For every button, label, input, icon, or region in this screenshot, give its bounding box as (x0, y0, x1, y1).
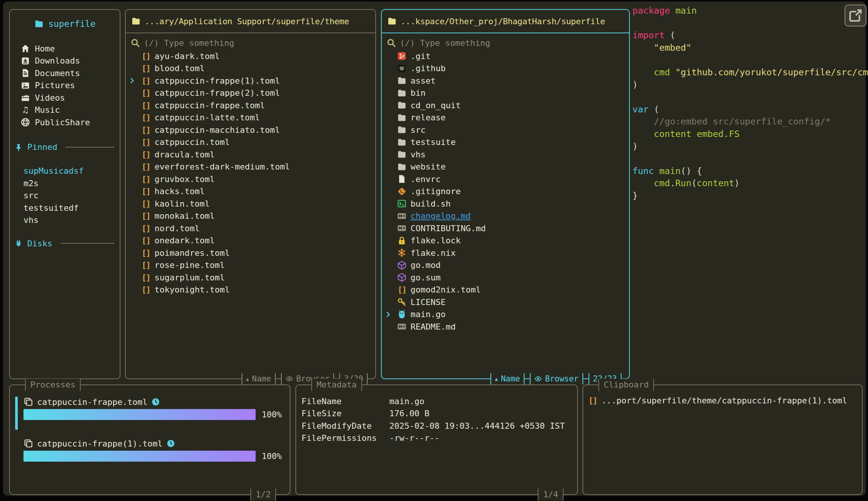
file-row[interactable]: testsuite (382, 136, 629, 149)
file-row[interactable]: []catppuccin-macchiato.toml (126, 124, 375, 136)
file-row[interactable]: []nord.toml (126, 222, 375, 235)
sidebar-item-home[interactable]: Home (10, 42, 120, 55)
file-row[interactable]: release (382, 112, 629, 124)
sidebar-item-videos[interactable]: Videos (10, 92, 120, 104)
external-link-icon[interactable] (845, 5, 866, 26)
code-line (632, 17, 868, 30)
file-row[interactable]: main.go (382, 308, 629, 321)
file-row[interactable]: []kaolin.toml (126, 198, 375, 210)
process-progress-row: 100% (23, 451, 283, 462)
file-row[interactable]: asset (382, 75, 629, 87)
app-title: superfile (10, 12, 120, 36)
file-row[interactable]: []blood.toml (126, 62, 375, 75)
file-row[interactable]: flake.nix (382, 247, 629, 259)
pinned-item-vhs[interactable]: vhs (10, 214, 120, 227)
file-type-icon (397, 51, 407, 61)
file-row[interactable]: src (382, 124, 629, 136)
file-type-icon (397, 248, 407, 258)
file-row[interactable]: .git (382, 50, 629, 62)
file-type-icon (397, 76, 407, 86)
file-row[interactable]: []onedark.toml (126, 235, 375, 247)
code-line: } (632, 190, 868, 202)
clock-icon (166, 439, 175, 448)
folder-icon (131, 16, 141, 26)
file-row[interactable]: []hacks.toml (126, 185, 375, 198)
view-mode-segment[interactable]: Browser (530, 373, 583, 384)
pinned-item-m2s[interactable]: m2s (10, 177, 120, 190)
process-item[interactable]: catppuccin-frappe.toml100% (23, 396, 283, 420)
file-row[interactable]: []everforest-dark-medium.toml (126, 161, 375, 173)
sort-segment[interactable]: ▲Name (490, 373, 525, 384)
file-row[interactable]: build.sh (382, 198, 629, 210)
file-row[interactable]: []ayu-dark.toml (126, 50, 375, 62)
file-row[interactable]: cd_on_quit (382, 99, 629, 112)
sidebar-item-music[interactable]: ♫Music (10, 104, 120, 117)
file-row[interactable]: []monokai.toml (126, 210, 375, 222)
code-token: ( (654, 104, 659, 115)
file-name: .git (411, 51, 431, 61)
file-name: go.mod (411, 260, 440, 270)
file-name: ayu-dark.toml (155, 51, 220, 61)
sidebar-item-publicshare[interactable]: PublicShare (10, 116, 120, 129)
search-input[interactable]: (/) Type something (130, 36, 372, 49)
file-row[interactable]: []catppuccin-frappe(1).toml (126, 75, 375, 87)
search-input[interactable]: (/) Type something (386, 36, 625, 49)
file-type-icon: [] (141, 273, 151, 282)
file-row[interactable]: website (382, 161, 629, 173)
code-token: ( (670, 30, 675, 40)
file-row[interactable]: []catppuccin-frappe(2).toml (126, 87, 375, 100)
sidebar-item-downloads[interactable]: Downloads (10, 55, 120, 67)
sort-segment[interactable]: ▲Name (242, 373, 276, 384)
file-row[interactable]: []rose-pine.toml (126, 259, 375, 272)
pinned-item-supMusicadsf[interactable]: supMusicadsf (10, 165, 120, 177)
clipboard-item[interactable]: []...port/superfile/theme/catppuccin-fra… (583, 394, 862, 407)
file-name: cd_on_quit (411, 101, 461, 110)
file-row[interactable]: []gomod2nix.toml (382, 284, 629, 296)
file-type-icon: [] (141, 199, 151, 208)
sidebar-item-label: Music (35, 105, 60, 115)
file-name: .github (411, 64, 446, 73)
file-name: hacks.toml (155, 187, 205, 196)
file-row[interactable]: []poimandres.toml (126, 247, 375, 259)
metadata-label: FileModifyDate (301, 421, 389, 431)
file-row[interactable]: README.md (382, 321, 629, 333)
search-placeholder: (/) Type something (400, 38, 490, 48)
eye-icon (534, 375, 542, 383)
sidebar-item-pictures[interactable]: Pictures (10, 79, 120, 92)
file-row[interactable]: bin (382, 87, 629, 100)
file-row[interactable]: .envrc (382, 173, 629, 185)
metadata-panel: Metadata FileNamemain.goFileSize176.00 B… (295, 384, 578, 495)
sort-label: Name (252, 374, 271, 383)
code-line: ) (632, 140, 868, 153)
file-row[interactable]: []catppuccin-frappe.toml (126, 99, 375, 112)
file-row[interactable]: []gruvbox.toml (126, 173, 375, 185)
file-row[interactable]: .gitignore (382, 185, 629, 198)
file-row[interactable]: CONTRIBUTING.md (382, 222, 629, 235)
clipboard-panel: Clipboard []...port/superfile/theme/catp… (582, 384, 863, 495)
file-row[interactable]: vhs (382, 148, 629, 161)
pinned-item-src[interactable]: src (10, 190, 120, 202)
sidebar-item-documents[interactable]: Documents (10, 67, 120, 79)
code-line: func main() { (632, 165, 868, 177)
file-row[interactable]: []tokyonight.toml (126, 284, 375, 296)
file-row[interactable]: []catppuccin-latte.toml (126, 112, 375, 124)
file-row[interactable]: []dracula.toml (126, 148, 375, 161)
file-row[interactable]: go.mod (382, 259, 629, 272)
code-token: var (632, 104, 654, 115)
progress-percent: 100% (262, 410, 283, 419)
file-row[interactable]: .github (382, 62, 629, 75)
sidebar-nav: HomeDownloadsDocumentsPicturesVideos♫Mus… (10, 42, 120, 129)
code-line (632, 54, 868, 66)
pinned-item-label: m2s (23, 179, 39, 188)
file-row[interactable]: []catppuccin.toml (126, 136, 375, 149)
progress-percent: 100% (262, 451, 283, 461)
file-row[interactable]: changelog.md (382, 210, 629, 222)
file-row[interactable]: go.sum (382, 271, 629, 284)
process-item[interactable]: catppuccin-frappe(1).toml100% (23, 437, 283, 462)
file-row[interactable]: []sugarplum.toml (126, 271, 375, 284)
file-row[interactable]: flake.lock (382, 235, 629, 247)
pinned-item-testsuitedf[interactable]: testsuitedf (10, 202, 120, 214)
file-type-icon (397, 113, 407, 123)
file-row[interactable]: LICENSE (382, 296, 629, 308)
section-divider (61, 243, 114, 244)
